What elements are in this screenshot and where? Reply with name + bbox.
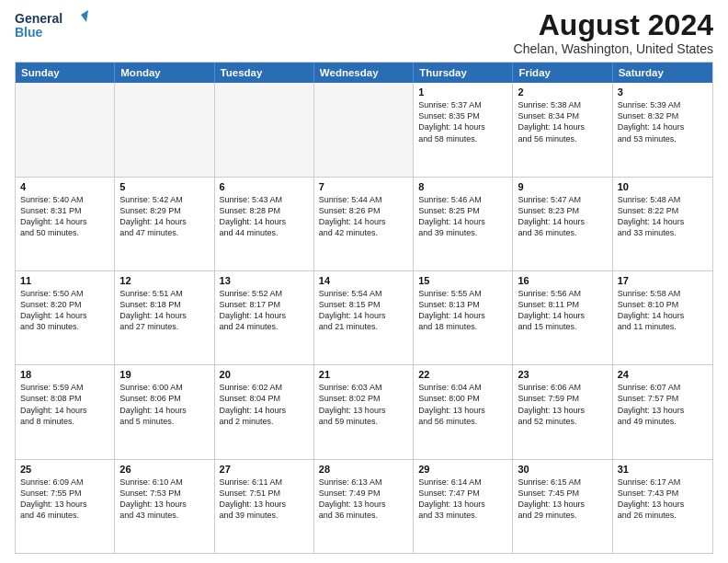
day-number: 31: [618, 464, 708, 475]
cal-cell-1-6: 2Sunrise: 5:38 AM Sunset: 8:34 PM Daylig…: [513, 83, 612, 176]
svg-text:Blue: Blue: [15, 25, 43, 40]
cell-info: Sunrise: 5:46 AM Sunset: 8:25 PM Dayligh…: [418, 194, 507, 239]
cell-info: Sunrise: 5:39 AM Sunset: 8:32 PM Dayligh…: [618, 99, 708, 144]
day-number: 26: [119, 464, 209, 475]
title-area: August 2024 Chelan, Washington, United S…: [514, 9, 713, 56]
cell-info: Sunrise: 5:59 AM Sunset: 8:08 PM Dayligh…: [20, 382, 109, 427]
cal-row-4: 18Sunrise: 5:59 AM Sunset: 8:08 PM Dayli…: [16, 365, 712, 459]
cal-cell-3-3: 13Sunrise: 5:52 AM Sunset: 8:17 PM Dayli…: [215, 271, 314, 364]
weekday-friday: Friday: [513, 63, 612, 83]
cell-info: Sunrise: 6:04 AM Sunset: 8:00 PM Dayligh…: [418, 382, 507, 427]
cell-info: Sunrise: 5:56 AM Sunset: 8:11 PM Dayligh…: [518, 288, 607, 333]
day-number: 14: [319, 275, 408, 286]
location: Chelan, Washington, United States: [514, 41, 713, 56]
cal-cell-5-1: 25Sunrise: 6:09 AM Sunset: 7:55 PM Dayli…: [16, 460, 115, 553]
day-number: 22: [418, 369, 507, 380]
cell-info: Sunrise: 5:50 AM Sunset: 8:20 PM Dayligh…: [20, 288, 109, 333]
day-number: 29: [418, 464, 507, 475]
cell-info: Sunrise: 5:42 AM Sunset: 8:29 PM Dayligh…: [119, 194, 209, 239]
day-number: 2: [518, 86, 607, 98]
weekday-saturday: Saturday: [613, 63, 712, 83]
logo-svg: General Blue: [15, 9, 88, 42]
svg-marker-2: [81, 10, 88, 22]
cal-cell-3-7: 17Sunrise: 5:58 AM Sunset: 8:10 PM Dayli…: [613, 271, 712, 364]
cal-cell-4-5: 22Sunrise: 6:04 AM Sunset: 8:00 PM Dayli…: [414, 365, 513, 458]
cell-info: Sunrise: 5:55 AM Sunset: 8:13 PM Dayligh…: [418, 288, 507, 333]
cell-info: Sunrise: 6:11 AM Sunset: 7:51 PM Dayligh…: [220, 477, 309, 522]
cal-cell-4-3: 20Sunrise: 6:02 AM Sunset: 8:04 PM Dayli…: [215, 365, 314, 458]
cell-info: Sunrise: 6:15 AM Sunset: 7:45 PM Dayligh…: [518, 477, 607, 522]
page: General Blue August 2024 Chelan, Washing…: [0, 0, 728, 563]
day-number: 19: [119, 369, 209, 380]
cal-cell-4-2: 19Sunrise: 6:00 AM Sunset: 8:06 PM Dayli…: [115, 365, 214, 458]
cal-row-5: 25Sunrise: 6:09 AM Sunset: 7:55 PM Dayli…: [16, 460, 712, 553]
cal-cell-5-7: 31Sunrise: 6:17 AM Sunset: 7:43 PM Dayli…: [613, 460, 712, 553]
cal-cell-3-6: 16Sunrise: 5:56 AM Sunset: 8:11 PM Dayli…: [513, 271, 612, 364]
cal-cell-2-2: 5Sunrise: 5:42 AM Sunset: 8:29 PM Daylig…: [115, 178, 214, 270]
day-number: 28: [319, 464, 408, 475]
day-number: 12: [119, 275, 209, 286]
cell-info: Sunrise: 6:03 AM Sunset: 8:02 PM Dayligh…: [319, 382, 408, 427]
cell-info: Sunrise: 6:13 AM Sunset: 7:49 PM Dayligh…: [319, 477, 408, 522]
cal-cell-1-2: [115, 83, 214, 176]
cell-info: Sunrise: 5:51 AM Sunset: 8:18 PM Dayligh…: [119, 288, 209, 333]
calendar: Sunday Monday Tuesday Wednesday Thursday…: [15, 62, 713, 554]
cell-info: Sunrise: 6:09 AM Sunset: 7:55 PM Dayligh…: [20, 477, 109, 522]
day-number: 8: [418, 181, 507, 192]
cal-cell-2-1: 4Sunrise: 5:40 AM Sunset: 8:31 PM Daylig…: [16, 178, 115, 270]
day-number: 10: [618, 181, 708, 192]
calendar-header: Sunday Monday Tuesday Wednesday Thursday…: [16, 63, 712, 83]
cal-cell-2-5: 8Sunrise: 5:46 AM Sunset: 8:25 PM Daylig…: [414, 178, 513, 270]
cal-cell-2-3: 6Sunrise: 5:43 AM Sunset: 8:28 PM Daylig…: [215, 178, 314, 270]
cell-info: Sunrise: 6:14 AM Sunset: 7:47 PM Dayligh…: [418, 477, 507, 522]
day-number: 3: [618, 86, 708, 98]
cell-info: Sunrise: 5:38 AM Sunset: 8:34 PM Dayligh…: [518, 99, 607, 144]
day-number: 30: [518, 464, 607, 475]
weekday-sunday: Sunday: [16, 63, 115, 83]
cal-row-2: 4Sunrise: 5:40 AM Sunset: 8:31 PM Daylig…: [16, 178, 712, 271]
day-number: 18: [20, 369, 109, 380]
cell-info: Sunrise: 5:48 AM Sunset: 8:22 PM Dayligh…: [618, 194, 708, 239]
day-number: 16: [518, 275, 607, 286]
cell-info: Sunrise: 5:47 AM Sunset: 8:23 PM Dayligh…: [518, 194, 607, 239]
cell-info: Sunrise: 5:44 AM Sunset: 8:26 PM Dayligh…: [319, 194, 408, 239]
cal-cell-5-6: 30Sunrise: 6:15 AM Sunset: 7:45 PM Dayli…: [513, 460, 612, 553]
cell-info: Sunrise: 5:54 AM Sunset: 8:15 PM Dayligh…: [319, 288, 408, 333]
cell-info: Sunrise: 6:17 AM Sunset: 7:43 PM Dayligh…: [618, 477, 708, 522]
day-number: 7: [319, 181, 408, 192]
cal-cell-4-7: 24Sunrise: 6:07 AM Sunset: 7:57 PM Dayli…: [613, 365, 712, 458]
day-number: 17: [618, 275, 708, 286]
cal-cell-1-1: [16, 83, 115, 176]
cell-info: Sunrise: 5:43 AM Sunset: 8:28 PM Dayligh…: [220, 194, 309, 239]
cal-cell-5-5: 29Sunrise: 6:14 AM Sunset: 7:47 PM Dayli…: [414, 460, 513, 553]
logo: General Blue: [15, 9, 88, 42]
day-number: 4: [20, 181, 109, 192]
cal-cell-2-6: 9Sunrise: 5:47 AM Sunset: 8:23 PM Daylig…: [513, 178, 612, 270]
day-number: 15: [418, 275, 507, 286]
day-number: 6: [220, 181, 309, 192]
cell-info: Sunrise: 5:40 AM Sunset: 8:31 PM Dayligh…: [20, 194, 109, 239]
cal-cell-4-4: 21Sunrise: 6:03 AM Sunset: 8:02 PM Dayli…: [314, 365, 414, 458]
weekday-monday: Monday: [115, 63, 214, 83]
month-year: August 2024: [514, 9, 713, 41]
cell-info: Sunrise: 6:06 AM Sunset: 7:59 PM Dayligh…: [518, 382, 607, 427]
cal-row-3: 11Sunrise: 5:50 AM Sunset: 8:20 PM Dayli…: [16, 271, 712, 365]
cell-info: Sunrise: 6:02 AM Sunset: 8:04 PM Dayligh…: [220, 382, 309, 427]
day-number: 20: [220, 369, 309, 380]
cal-cell-5-2: 26Sunrise: 6:10 AM Sunset: 7:53 PM Dayli…: [115, 460, 214, 553]
weekday-wednesday: Wednesday: [314, 63, 414, 83]
day-number: 9: [518, 181, 607, 192]
cell-info: Sunrise: 6:10 AM Sunset: 7:53 PM Dayligh…: [119, 477, 209, 522]
cal-cell-1-7: 3Sunrise: 5:39 AM Sunset: 8:32 PM Daylig…: [613, 83, 712, 176]
cal-cell-5-4: 28Sunrise: 6:13 AM Sunset: 7:49 PM Dayli…: [314, 460, 414, 553]
day-number: 24: [618, 369, 708, 380]
cal-row-1: 1Sunrise: 5:37 AM Sunset: 8:35 PM Daylig…: [16, 83, 712, 177]
cal-cell-2-4: 7Sunrise: 5:44 AM Sunset: 8:26 PM Daylig…: [314, 178, 414, 270]
day-number: 21: [319, 369, 408, 380]
svg-text:General: General: [15, 11, 63, 26]
cell-info: Sunrise: 5:37 AM Sunset: 8:35 PM Dayligh…: [418, 99, 507, 144]
cal-cell-5-3: 27Sunrise: 6:11 AM Sunset: 7:51 PM Dayli…: [215, 460, 314, 553]
cal-cell-4-1: 18Sunrise: 5:59 AM Sunset: 8:08 PM Dayli…: [16, 365, 115, 458]
cal-cell-3-2: 12Sunrise: 5:51 AM Sunset: 8:18 PM Dayli…: [115, 271, 214, 364]
weekday-thursday: Thursday: [414, 63, 513, 83]
